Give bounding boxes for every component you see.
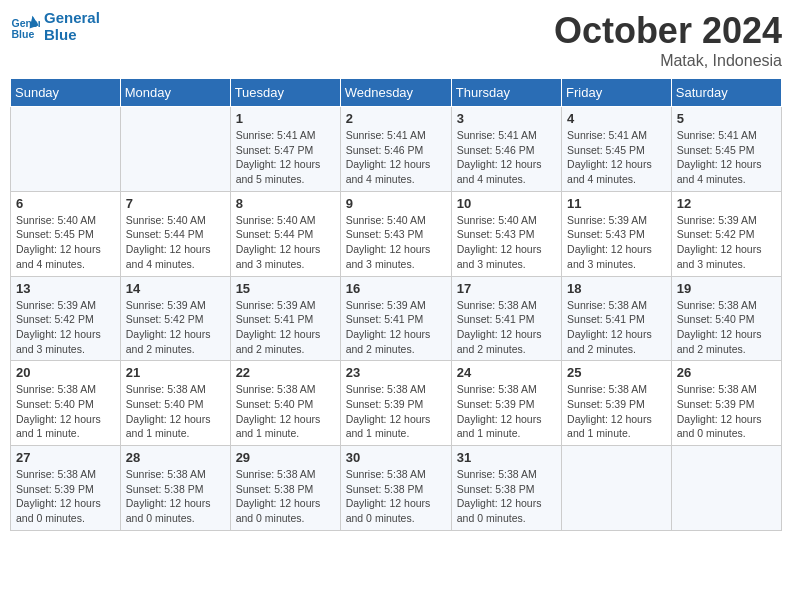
day-detail: Sunrise: 5:38 AMSunset: 5:41 PMDaylight:… [567,298,666,357]
day-number: 27 [16,450,115,465]
calendar-cell: 6Sunrise: 5:40 AMSunset: 5:45 PMDaylight… [11,191,121,276]
day-number: 5 [677,111,776,126]
calendar-cell: 27Sunrise: 5:38 AMSunset: 5:39 PMDayligh… [11,446,121,531]
calendar-cell [671,446,781,531]
calendar-cell: 3Sunrise: 5:41 AMSunset: 5:46 PMDaylight… [451,107,561,192]
calendar-cell: 13Sunrise: 5:39 AMSunset: 5:42 PMDayligh… [11,276,121,361]
day-detail: Sunrise: 5:39 AMSunset: 5:42 PMDaylight:… [677,213,776,272]
day-detail: Sunrise: 5:38 AMSunset: 5:40 PMDaylight:… [236,382,335,441]
day-number: 3 [457,111,556,126]
logo-icon: General Blue [10,12,40,42]
day-number: 1 [236,111,335,126]
day-number: 24 [457,365,556,380]
calendar-cell: 1Sunrise: 5:41 AMSunset: 5:47 PMDaylight… [230,107,340,192]
day-detail: Sunrise: 5:38 AMSunset: 5:40 PMDaylight:… [126,382,225,441]
calendar-cell: 30Sunrise: 5:38 AMSunset: 5:38 PMDayligh… [340,446,451,531]
calendar-cell: 19Sunrise: 5:38 AMSunset: 5:40 PMDayligh… [671,276,781,361]
day-detail: Sunrise: 5:38 AMSunset: 5:39 PMDaylight:… [16,467,115,526]
day-number: 31 [457,450,556,465]
day-detail: Sunrise: 5:39 AMSunset: 5:42 PMDaylight:… [126,298,225,357]
calendar-cell: 15Sunrise: 5:39 AMSunset: 5:41 PMDayligh… [230,276,340,361]
day-number: 26 [677,365,776,380]
day-detail: Sunrise: 5:38 AMSunset: 5:40 PMDaylight:… [16,382,115,441]
day-detail: Sunrise: 5:41 AMSunset: 5:47 PMDaylight:… [236,128,335,187]
weekday-header: Tuesday [230,79,340,107]
day-number: 13 [16,281,115,296]
day-number: 25 [567,365,666,380]
logo: General Blue General Blue [10,10,100,43]
day-number: 29 [236,450,335,465]
calendar-cell: 11Sunrise: 5:39 AMSunset: 5:43 PMDayligh… [562,191,672,276]
day-number: 20 [16,365,115,380]
day-detail: Sunrise: 5:38 AMSunset: 5:39 PMDaylight:… [457,382,556,441]
calendar-cell: 26Sunrise: 5:38 AMSunset: 5:39 PMDayligh… [671,361,781,446]
calendar-table: SundayMondayTuesdayWednesdayThursdayFrid… [10,78,782,531]
calendar-cell: 12Sunrise: 5:39 AMSunset: 5:42 PMDayligh… [671,191,781,276]
day-number: 30 [346,450,446,465]
calendar-cell: 21Sunrise: 5:38 AMSunset: 5:40 PMDayligh… [120,361,230,446]
day-detail: Sunrise: 5:38 AMSunset: 5:38 PMDaylight:… [457,467,556,526]
calendar-cell: 28Sunrise: 5:38 AMSunset: 5:38 PMDayligh… [120,446,230,531]
weekday-header: Wednesday [340,79,451,107]
day-number: 8 [236,196,335,211]
day-detail: Sunrise: 5:40 AMSunset: 5:43 PMDaylight:… [346,213,446,272]
calendar-cell: 23Sunrise: 5:38 AMSunset: 5:39 PMDayligh… [340,361,451,446]
calendar-cell [562,446,672,531]
weekday-header: Thursday [451,79,561,107]
title-block: October 2024 Matak, Indonesia [554,10,782,70]
day-detail: Sunrise: 5:41 AMSunset: 5:46 PMDaylight:… [346,128,446,187]
weekday-header: Friday [562,79,672,107]
day-number: 12 [677,196,776,211]
day-detail: Sunrise: 5:40 AMSunset: 5:44 PMDaylight:… [126,213,225,272]
location-subtitle: Matak, Indonesia [554,52,782,70]
page-header: General Blue General Blue October 2024 M… [10,10,782,70]
weekday-header: Monday [120,79,230,107]
day-detail: Sunrise: 5:39 AMSunset: 5:41 PMDaylight:… [236,298,335,357]
day-detail: Sunrise: 5:40 AMSunset: 5:44 PMDaylight:… [236,213,335,272]
calendar-cell: 8Sunrise: 5:40 AMSunset: 5:44 PMDaylight… [230,191,340,276]
day-number: 19 [677,281,776,296]
weekday-header: Sunday [11,79,121,107]
day-number: 2 [346,111,446,126]
day-detail: Sunrise: 5:39 AMSunset: 5:43 PMDaylight:… [567,213,666,272]
day-number: 15 [236,281,335,296]
day-number: 18 [567,281,666,296]
day-detail: Sunrise: 5:40 AMSunset: 5:43 PMDaylight:… [457,213,556,272]
calendar-cell: 17Sunrise: 5:38 AMSunset: 5:41 PMDayligh… [451,276,561,361]
calendar-cell: 16Sunrise: 5:39 AMSunset: 5:41 PMDayligh… [340,276,451,361]
day-number: 28 [126,450,225,465]
day-detail: Sunrise: 5:41 AMSunset: 5:45 PMDaylight:… [567,128,666,187]
calendar-cell: 7Sunrise: 5:40 AMSunset: 5:44 PMDaylight… [120,191,230,276]
day-detail: Sunrise: 5:38 AMSunset: 5:38 PMDaylight:… [236,467,335,526]
month-title: October 2024 [554,10,782,52]
day-detail: Sunrise: 5:39 AMSunset: 5:41 PMDaylight:… [346,298,446,357]
calendar-cell: 31Sunrise: 5:38 AMSunset: 5:38 PMDayligh… [451,446,561,531]
day-number: 17 [457,281,556,296]
day-detail: Sunrise: 5:38 AMSunset: 5:39 PMDaylight:… [346,382,446,441]
day-detail: Sunrise: 5:38 AMSunset: 5:38 PMDaylight:… [126,467,225,526]
day-detail: Sunrise: 5:41 AMSunset: 5:45 PMDaylight:… [677,128,776,187]
day-detail: Sunrise: 5:39 AMSunset: 5:42 PMDaylight:… [16,298,115,357]
day-number: 6 [16,196,115,211]
day-detail: Sunrise: 5:40 AMSunset: 5:45 PMDaylight:… [16,213,115,272]
day-number: 14 [126,281,225,296]
day-number: 21 [126,365,225,380]
day-number: 16 [346,281,446,296]
calendar-cell: 10Sunrise: 5:40 AMSunset: 5:43 PMDayligh… [451,191,561,276]
day-detail: Sunrise: 5:38 AMSunset: 5:38 PMDaylight:… [346,467,446,526]
calendar-cell: 29Sunrise: 5:38 AMSunset: 5:38 PMDayligh… [230,446,340,531]
day-number: 11 [567,196,666,211]
day-detail: Sunrise: 5:41 AMSunset: 5:46 PMDaylight:… [457,128,556,187]
day-number: 10 [457,196,556,211]
calendar-cell: 2Sunrise: 5:41 AMSunset: 5:46 PMDaylight… [340,107,451,192]
svg-text:Blue: Blue [12,27,35,39]
calendar-cell: 4Sunrise: 5:41 AMSunset: 5:45 PMDaylight… [562,107,672,192]
calendar-cell [120,107,230,192]
day-number: 4 [567,111,666,126]
calendar-cell: 24Sunrise: 5:38 AMSunset: 5:39 PMDayligh… [451,361,561,446]
calendar-cell [11,107,121,192]
day-detail: Sunrise: 5:38 AMSunset: 5:39 PMDaylight:… [677,382,776,441]
day-detail: Sunrise: 5:38 AMSunset: 5:39 PMDaylight:… [567,382,666,441]
day-number: 7 [126,196,225,211]
day-number: 9 [346,196,446,211]
